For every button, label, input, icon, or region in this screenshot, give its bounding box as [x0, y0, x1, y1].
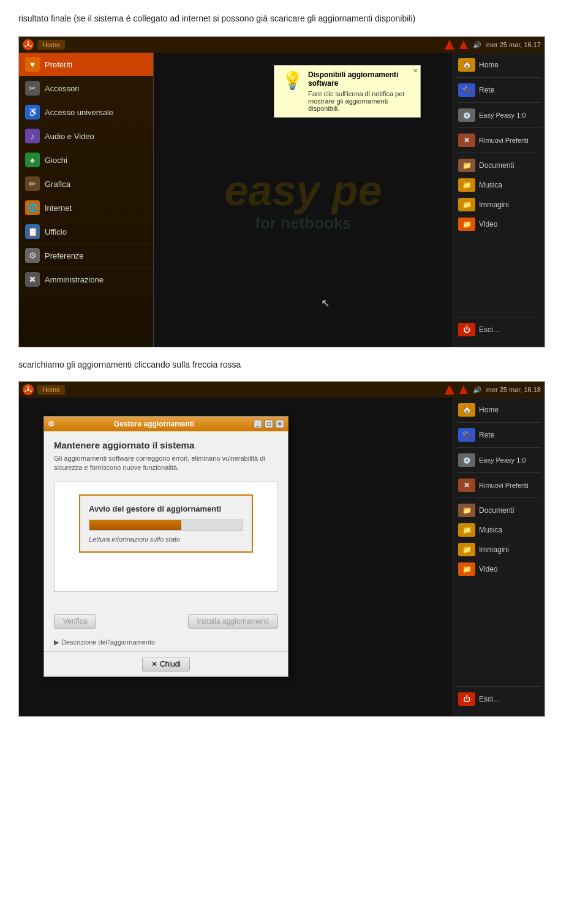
watermark1: easy pe for netbooks — [225, 167, 382, 232]
right-sep2-2 — [457, 447, 541, 448]
esci-icon: ⏻ — [458, 323, 475, 336]
taskbar2-left: Home — [23, 384, 65, 395]
right-label-rimuovi2: Rimuovi Preferiti — [479, 482, 529, 489]
right-label-esci2: Esci... — [479, 695, 499, 703]
network-icon: 🔌 — [458, 83, 475, 97]
taskbar1-left: Home — [23, 39, 65, 50]
tooltip-body: Fare clic sull'icona di notifica per mos… — [308, 90, 413, 112]
dialog-maximize-button[interactable]: □ — [265, 420, 273, 428]
documenti-folder-icon2: 📁 — [458, 504, 475, 517]
dialog-bottom-buttons: ✕ Chiudi — [44, 651, 288, 676]
ubuntu-logo2[interactable] — [23, 384, 34, 395]
taskbar1: Home 🔊 mer 25 mar, 16.17 — [19, 37, 545, 53]
right-label-immagini: Immagini — [479, 200, 509, 209]
sidebar-label-accesso: Accesso universale — [45, 108, 113, 117]
right-item-documenti2[interactable]: 📁 Documenti — [453, 501, 545, 520]
update-manager-dialog: ⚙ Gestore aggiornamenti _ □ ✕ Mantenere … — [43, 416, 288, 677]
right-item-home[interactable]: 🏠 Home — [453, 55, 545, 75]
sidebar-label-giochi: Giochi — [45, 156, 67, 165]
right-label-musica: Musica — [479, 181, 502, 189]
disk-icon2: 💿 — [458, 453, 475, 467]
right-item-rimuovi[interactable]: ✖ Rimuovi Preferiti — [453, 131, 545, 150]
update-arrow-icon[interactable] — [459, 40, 468, 49]
right-item-video[interactable]: 📁 Video — [453, 214, 545, 234]
ubuntu-logo[interactable] — [23, 39, 34, 50]
right-item-easy-peasy2[interactable]: 💿 Easy Peasy 1:0 — [453, 450, 545, 470]
sidebar-item-ufficio[interactable]: 📋 Ufficio — [19, 220, 153, 244]
notification-icon[interactable] — [445, 40, 454, 50]
inner-loading-dialog: Avvio del gestore di aggiornamenti Lettu… — [79, 494, 253, 553]
right-item-documenti[interactable]: 📁 Documenti — [453, 156, 545, 175]
sidebar-item-grafica[interactable]: ✏ Grafica — [19, 172, 153, 196]
svg-point-4 — [24, 45, 26, 47]
right-item-esci[interactable]: ⏻ Esci... — [453, 320, 545, 339]
sidebar-item-internet[interactable]: 🌐 Internet — [19, 196, 153, 220]
speaker-icon2: 🔊 — [473, 386, 481, 394]
right-label-easy-peasy2: Easy Peasy 1:0 — [479, 456, 526, 464]
intro-text: risultato finale (se il sistema è colleg… — [18, 12, 570, 25]
right-separator2 — [457, 102, 541, 103]
sidebar-item-preferiti[interactable]: ♥ Preferiti — [19, 53, 153, 77]
disk-icon: 💿 — [458, 108, 475, 122]
graphics-icon: ✏ — [25, 176, 40, 191]
right-item-rimuovi2[interactable]: ✖ Rimuovi Preferiti — [453, 475, 545, 495]
taskbar1-datetime: mer 25 mar, 16.17 — [486, 41, 541, 48]
sidebar-label-audio: Audio e Video — [45, 132, 94, 141]
sidebar-item-accesso-universale[interactable]: ♿ Accesso universale — [19, 100, 153, 124]
dialog-titlebar: ⚙ Gestore aggiornamenti _ □ ✕ — [44, 417, 288, 431]
sidebar-label-amministrazione: Amministrazione — [45, 275, 104, 284]
dialog-close-button[interactable]: ✕ — [276, 420, 284, 428]
right-item-immagini[interactable]: 📁 Immagini — [453, 195, 545, 214]
svg-point-8 — [30, 390, 31, 392]
right-sep2-4 — [457, 498, 541, 498]
admin-icon: ✖ — [25, 272, 40, 287]
taskbar1-right: 🔊 mer 25 mar, 16.17 — [445, 40, 541, 50]
documenti-folder-icon: 📁 — [458, 159, 475, 172]
sidebar-item-accessori[interactable]: ✂ Accessori — [19, 77, 153, 100]
desktop-area2: ⚙ Gestore aggiornamenti _ □ ✕ Mantenere … — [19, 398, 545, 716]
svg-point-3 — [30, 45, 31, 47]
right-panel-bottom1: ⏻ Esci... — [453, 314, 545, 344]
right-label-rete: Rete — [479, 86, 494, 94]
sidebar-item-preferenze[interactable]: ⚙ Preferenze — [19, 244, 153, 268]
verifica-button[interactable]: Verifica — [54, 614, 96, 629]
right-item-musica[interactable]: 📁 Musica — [453, 175, 545, 195]
right-label-esci: Esci... — [479, 325, 499, 334]
update-arrow-icon2[interactable] — [459, 385, 468, 394]
right-item-esci2[interactable]: ⏻ Esci... — [453, 689, 545, 709]
taskbar2-right: 🔊 mer 25 mar, 16.18 — [445, 385, 541, 395]
sidebar-label-accessori: Accessori — [45, 84, 79, 93]
sidebar-label-preferenze: Preferenze — [45, 251, 84, 260]
right-item-home2[interactable]: 🏠 Home — [453, 400, 545, 420]
network-icon2: 🔌 — [458, 428, 475, 442]
sidebar-item-giochi[interactable]: ♠ Giochi — [19, 148, 153, 172]
notification-icon2[interactable] — [445, 385, 454, 395]
right-item-immagini2[interactable]: 📁 Immagini — [453, 540, 545, 559]
sidebar-item-amministrazione[interactable]: ✖ Amministrazione — [19, 268, 153, 292]
right-item-musica2[interactable]: 📁 Musica — [453, 520, 545, 540]
svg-point-1 — [27, 44, 29, 46]
sidebar-item-audio-video[interactable]: ♪ Audio e Video — [19, 124, 153, 148]
tooltip-popup: 💡 Disponibili aggiornamenti software Far… — [274, 65, 421, 118]
sidebar-label-preferiti: Preferiti — [45, 60, 72, 69]
dialog-minimize-button[interactable]: _ — [254, 420, 262, 428]
installa-button[interactable]: Installa aggiornamenti — [188, 614, 278, 629]
right-item-rete2[interactable]: 🔌 Rete — [453, 425, 545, 445]
screenshot1: Home 🔊 mer 25 mar, 16.17 ♥ Preferiti ✂ A… — [18, 36, 545, 347]
right-label-easy-peasy: Easy Peasy 1:0 — [479, 112, 526, 119]
right-item-rete[interactable]: 🔌 Rete — [453, 80, 545, 100]
chiudi-button[interactable]: ✕ Chiudi — [142, 657, 190, 672]
right-panel-items1: 🏠 Home 🔌 Rete 💿 Easy Peasy 1:0 — [453, 55, 545, 314]
taskbar1-home[interactable]: Home — [37, 40, 65, 50]
video-folder-icon2: 📁 — [458, 562, 475, 576]
dialog-buttons: Verifica Installa aggiornamenti — [44, 609, 288, 634]
tooltip-close-button[interactable]: ✕ — [413, 67, 418, 74]
dialog-window-controls: _ □ ✕ — [254, 420, 284, 428]
taskbar2-home[interactable]: Home — [37, 385, 65, 395]
right-item-easy-peasy[interactable]: 💿 Easy Peasy 1:0 — [453, 105, 545, 125]
description-toggle-label: Descrizione dell'aggiornamento — [61, 638, 155, 646]
right-panel-items2: 🏠 Home 🔌 Rete 💿 Easy Peasy 1:0 — [453, 400, 545, 684]
description-toggle[interactable]: ▶ Descrizione dell'aggiornamento — [44, 634, 288, 651]
right-label-home: Home — [479, 61, 499, 69]
right-item-video2[interactable]: 📁 Video — [453, 559, 545, 579]
